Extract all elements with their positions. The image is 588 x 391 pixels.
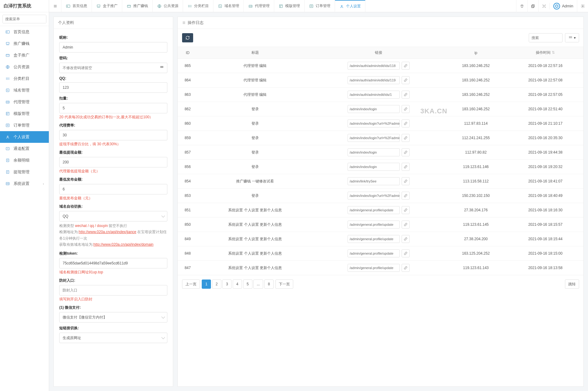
sidebar-item-13[interactable]: 系统设置‹ [0, 178, 49, 190]
page-4[interactable]: 4 [233, 280, 242, 289]
cell-link[interactable]: /admin/index/login [348, 105, 400, 113]
min-withdraw-input[interactable] [59, 157, 167, 167]
sidebar-item-9[interactable]: 个人设置 [0, 131, 49, 143]
qq-input[interactable] [59, 82, 167, 93]
page-5[interactable]: 5 [243, 280, 252, 289]
agent-rate-input[interactable] [59, 130, 167, 140]
sidebar-item-6[interactable]: 代理管理 [0, 96, 49, 108]
domain-switch-select[interactable]: QQ [59, 211, 167, 221]
sidebar-item-8[interactable]: 订单管理 [0, 119, 49, 131]
sidebar-item-3[interactable]: 公共资源 [0, 61, 49, 73]
top-tab-5[interactable]: 域名管理 [213, 0, 244, 12]
svg-rect-31 [532, 5, 534, 8]
top-tab-3[interactable]: 公共资源 [153, 0, 183, 12]
col-title[interactable]: 标题 [197, 47, 313, 59]
link-open-icon[interactable] [402, 206, 410, 214]
cell-link[interactable]: /admin/auth/admin/edit/ids/118 [348, 62, 400, 70]
top-tab-2[interactable]: 推广赚钱 [122, 0, 153, 12]
page-jump[interactable]: 跳转 [565, 280, 579, 289]
page-1[interactable]: 1 [202, 280, 211, 289]
refresh-button[interactable] [182, 33, 193, 42]
clipboard-icon[interactable] [527, 0, 538, 12]
link-open-icon[interactable] [402, 119, 410, 127]
link-open-icon[interactable] [402, 148, 410, 156]
col-link[interactable]: 链接 [313, 47, 444, 59]
log-search-input[interactable] [529, 33, 563, 42]
link-open-icon[interactable] [402, 235, 410, 243]
sidebar-item-2[interactable]: 盒子推广 [0, 49, 49, 61]
cell-link[interactable]: /admin/general.profile/update [348, 235, 400, 243]
top-tab-6[interactable]: 代理管理 [244, 0, 274, 12]
chevron-left-icon: ‹ [43, 182, 44, 186]
page-3[interactable]: 3 [222, 280, 232, 289]
token-input[interactable] [59, 258, 167, 268]
password-eye-icon[interactable] [159, 65, 164, 69]
money-icon [5, 41, 10, 46]
user-menu[interactable]: Admin [549, 3, 577, 10]
sidebar-item-12[interactable]: 提现管理 [0, 166, 49, 178]
link-open-icon[interactable] [402, 177, 410, 185]
link-open-icon[interactable] [402, 76, 410, 84]
cell-link[interactable]: /admin/auth/admin/edit/ids/119 [348, 76, 400, 84]
sidebar-item-7[interactable]: 模版管理 [0, 108, 49, 119]
cell-link[interactable]: /admin/index/login?url=%2Fadmin% [348, 192, 400, 200]
cell-link[interactable]: /admin/index/login?url=%2Fadmin% [348, 134, 400, 142]
sidebar-item-4[interactable]: 分类栏目 [0, 73, 49, 84]
fangfeng-input[interactable] [59, 285, 167, 295]
toggle-sidebar-button[interactable] [49, 0, 61, 12]
link-open-icon[interactable] [402, 62, 410, 70]
password-input[interactable] [59, 63, 167, 73]
col-ip[interactable]: ip [444, 47, 507, 59]
col-id[interactable]: ID [178, 47, 197, 59]
cell-link[interactable]: /admin/index/login?url=%2Fadmin% [348, 119, 400, 127]
cell-link[interactable]: /admin/index/login [348, 163, 400, 171]
wechat-pay-select[interactable]: 微信支付【微信官方内付】 [59, 312, 167, 323]
sidebar-item-0[interactable]: 首页信息 [0, 26, 49, 38]
cell-link[interactable]: /admin/link/trySee [348, 177, 400, 185]
cell-link[interactable]: /admin/general.profile/update [348, 249, 400, 257]
link-open-icon[interactable] [402, 264, 410, 272]
link-open-icon[interactable] [402, 192, 410, 200]
fullscreen-icon[interactable] [538, 0, 549, 12]
link-open-icon[interactable] [402, 163, 410, 171]
cell-title: 代理管理 编辑 [197, 73, 313, 88]
top-tab-9[interactable]: 个人设置 [335, 0, 365, 12]
cell-link[interactable]: /admin/general.profile/update [348, 264, 400, 272]
cell-title: 系统设置 个人设置 更新个人信息 [197, 203, 313, 217]
top-tab-1[interactable]: 盒子推广 [92, 0, 122, 12]
sidebar-item-1[interactable]: 推广赚钱 [0, 38, 49, 49]
page-2[interactable]: 2 [212, 280, 221, 289]
page-next[interactable]: 下一页 [275, 280, 293, 289]
link-open-icon[interactable] [402, 91, 410, 99]
cell-link[interactable]: /admin/auth/admin/edit/ids/1 [348, 91, 400, 99]
deduct-input[interactable] [59, 103, 167, 113]
sidebar-item-5[interactable]: 域名管理 [0, 84, 49, 96]
page-...[interactable]: ... [253, 280, 263, 289]
sidebar-item-label: 个人设置 [14, 134, 29, 140]
cell-link[interactable]: /admin/general.profile/update [348, 206, 400, 214]
min-publish-input[interactable] [59, 184, 167, 194]
short-link-select[interactable]: 生成原网址 [59, 333, 167, 343]
top-tab-7[interactable]: 模版管理 [274, 0, 305, 12]
link-open-icon[interactable] [402, 134, 410, 142]
profile-panel: 个人资料 昵称: 密码: QQ: 扣量: 20 代表每20次成功交易的订单扣一次 [53, 17, 173, 387]
sidebar: 白泽打赏系统 首页信息推广赚钱盒子推广公共资源分类栏目域名管理代理管理模版管理订… [0, 0, 49, 391]
link-open-icon[interactable] [402, 105, 410, 113]
page-8[interactable]: 8 [264, 280, 274, 289]
view-mode-button[interactable]: ▾ [565, 33, 579, 42]
menu-search-input[interactable] [3, 15, 46, 23]
top-tab-0[interactable]: 首页信息 [61, 0, 92, 12]
page-prev[interactable]: 上一页 [182, 280, 200, 289]
cell-link[interactable]: /admin/general.profile/update [348, 221, 400, 229]
link-open-icon[interactable] [402, 221, 410, 229]
nickname-input[interactable] [59, 42, 167, 53]
sidebar-item-11[interactable]: 余额明细 [0, 154, 49, 166]
cell-link[interactable]: /admin/index/login [348, 148, 400, 156]
gear-icon[interactable] [577, 0, 588, 12]
top-tab-4[interactable]: 分类栏目 [183, 0, 213, 12]
top-tab-8[interactable]: 订单管理 [305, 0, 335, 12]
link-open-icon[interactable] [402, 249, 410, 257]
col-time[interactable]: 操作时间 ⇅ [507, 47, 583, 59]
trash-icon[interactable] [516, 0, 527, 12]
sidebar-item-10[interactable]: 通道配置 [0, 143, 49, 154]
